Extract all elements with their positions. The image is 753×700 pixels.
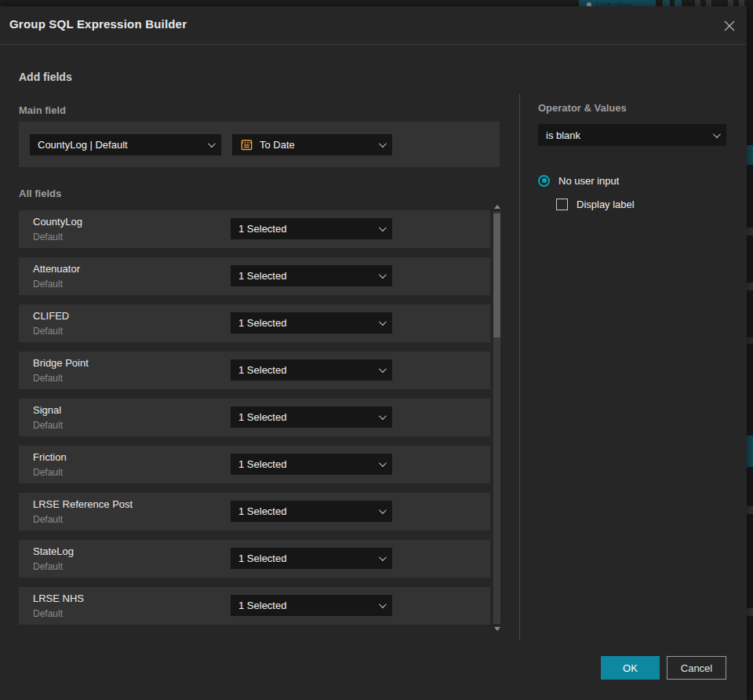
field-row: Attenuator Default 1 Selected xyxy=(19,257,490,295)
chevron-down-icon xyxy=(379,140,387,148)
operator-values-heading: Operator & Values xyxy=(538,102,627,114)
field-selected-dropdown-label: 1 Selected xyxy=(238,270,379,282)
field-selected-dropdown-label: 1 Selected xyxy=(238,552,379,564)
scrollbar-up-arrow-icon[interactable] xyxy=(494,205,500,209)
toolbar-icon-fragment xyxy=(706,0,711,6)
toolbar-icon-fragment xyxy=(663,0,670,6)
cancel-button[interactable]: Cancel xyxy=(667,656,726,680)
field-selected-dropdown-label: 1 Selected xyxy=(238,364,379,376)
field-selected-dropdown[interactable]: 1 Selected xyxy=(231,218,392,239)
field-subtitle: Default xyxy=(33,232,63,242)
radio-selected-icon xyxy=(538,175,550,187)
toolbar-icon-fragment xyxy=(695,0,700,6)
field-row: CountyLog Default 1 Selected xyxy=(19,210,490,248)
background-fragment xyxy=(747,436,753,467)
field-row: CLIFED Default 1 Selected xyxy=(19,304,490,342)
field-name: StateLog xyxy=(33,545,74,557)
chevron-down-icon xyxy=(379,224,387,232)
field-selected-dropdown-label: 1 Selected xyxy=(238,600,379,611)
list-scrollbar[interactable] xyxy=(493,202,502,633)
chevron-down-icon xyxy=(379,459,387,467)
field-subtitle: Default xyxy=(33,467,63,478)
calendar-icon xyxy=(240,138,253,151)
toolbar-icon-fragment xyxy=(728,0,733,6)
field-name: CLIFED xyxy=(33,310,69,322)
background-app-right-strip xyxy=(747,0,753,700)
field-selected-dropdown-label: 1 Selected xyxy=(238,505,379,517)
field-subtitle: Default xyxy=(33,326,63,337)
field-selected-dropdown[interactable]: 1 Selected xyxy=(231,501,392,522)
panel-divider xyxy=(519,94,520,640)
field-selected-dropdown[interactable]: 1 Selected xyxy=(231,265,392,286)
operator-select-value: is blank xyxy=(546,129,713,141)
close-icon xyxy=(722,19,737,33)
dialog-header: Group SQL Expression Builder xyxy=(0,6,747,45)
add-fields-heading: Add fields xyxy=(19,71,72,83)
operator-select[interactable]: is blank xyxy=(538,124,726,146)
field-subtitle: Default xyxy=(33,561,63,572)
scrollbar-track[interactable] xyxy=(493,212,500,624)
field-name: Bridge Point xyxy=(33,357,89,369)
field-name: LRSE Reference Post xyxy=(33,498,133,510)
no-user-input-radio[interactable]: No user input xyxy=(538,173,619,188)
chevron-down-icon xyxy=(379,271,387,279)
field-selected-dropdown[interactable]: 1 Selected xyxy=(231,454,392,475)
display-label-label: Display label xyxy=(577,199,635,210)
dialog-title: Group SQL Expression Builder xyxy=(9,17,187,31)
field-row: StateLog Default 1 Selected xyxy=(19,540,490,578)
group-sql-expression-builder-dialog: Group SQL Expression Builder Add fields … xyxy=(0,6,747,700)
field-selected-dropdown-label: 1 Selected xyxy=(238,458,379,470)
field-selected-dropdown[interactable]: 1 Selected xyxy=(231,312,392,334)
field-name: CountyLog xyxy=(33,216,82,228)
field-selected-dropdown-label: 1 Selected xyxy=(238,317,379,329)
field-name: LRSE NHS xyxy=(33,592,84,604)
close-button[interactable] xyxy=(718,16,740,36)
chevron-down-icon xyxy=(713,130,721,138)
scrollbar-down-arrow-icon[interactable] xyxy=(494,627,500,631)
field-row: LRSE Reference Post Default 1 Selected xyxy=(19,493,490,530)
live-view-button-fragment[interactable]: Live view xyxy=(579,0,656,6)
field-name: Signal xyxy=(33,404,61,416)
field-selected-dropdown[interactable]: 1 Selected xyxy=(231,548,392,569)
background-fragment xyxy=(747,337,753,344)
field-type-select[interactable]: To Date xyxy=(232,134,392,155)
field-row: Friction Default 1 Selected xyxy=(19,446,490,483)
chevron-down-icon xyxy=(379,506,387,514)
main-field-panel: CountyLog | Default To Date xyxy=(19,122,500,167)
field-subtitle: Default xyxy=(33,514,63,525)
ok-button[interactable]: OK xyxy=(601,656,660,680)
field-subtitle: Default xyxy=(33,373,63,384)
field-row: Signal Default 1 Selected xyxy=(19,399,490,436)
field-subtitle: Default xyxy=(33,608,63,619)
background-fragment xyxy=(747,228,753,235)
field-selected-dropdown-label: 1 Selected xyxy=(238,223,379,235)
background-fragment xyxy=(747,283,753,290)
chevron-down-icon xyxy=(208,140,216,148)
field-selected-dropdown[interactable]: 1 Selected xyxy=(231,407,392,428)
all-fields-list: CountyLog Default 1 Selected Attenuator … xyxy=(19,210,490,634)
field-row: LRSE NHS Default 1 Selected xyxy=(19,587,490,625)
field-name: Attenuator xyxy=(33,263,80,275)
field-row: Bridge Point Default 1 Selected xyxy=(19,352,490,389)
chevron-down-icon xyxy=(379,365,387,373)
chevron-down-icon xyxy=(379,553,387,561)
scrollbar-thumb[interactable] xyxy=(493,213,500,337)
field-selected-dropdown[interactable]: 1 Selected xyxy=(231,359,392,381)
live-view-label: Live view xyxy=(596,1,631,6)
field-selected-dropdown[interactable]: 1 Selected xyxy=(231,595,392,616)
main-field-label: Main field xyxy=(19,104,66,116)
checkbox-unchecked-icon xyxy=(556,199,568,210)
background-fragment xyxy=(747,145,753,165)
background-fragment xyxy=(747,608,753,616)
main-field-select-value: CountyLog | Default xyxy=(38,139,208,151)
main-field-select[interactable]: CountyLog | Default xyxy=(30,134,221,155)
background-fragment xyxy=(747,506,753,514)
toolbar-icon-fragment xyxy=(739,0,744,6)
field-type-select-value: To Date xyxy=(260,139,379,151)
all-fields-label: All fields xyxy=(19,188,61,199)
chevron-down-icon xyxy=(379,318,387,326)
chevron-down-icon xyxy=(379,412,387,420)
no-user-input-label: No user input xyxy=(558,175,619,187)
field-subtitle: Default xyxy=(33,420,63,431)
display-label-checkbox[interactable]: Display label xyxy=(556,197,635,211)
